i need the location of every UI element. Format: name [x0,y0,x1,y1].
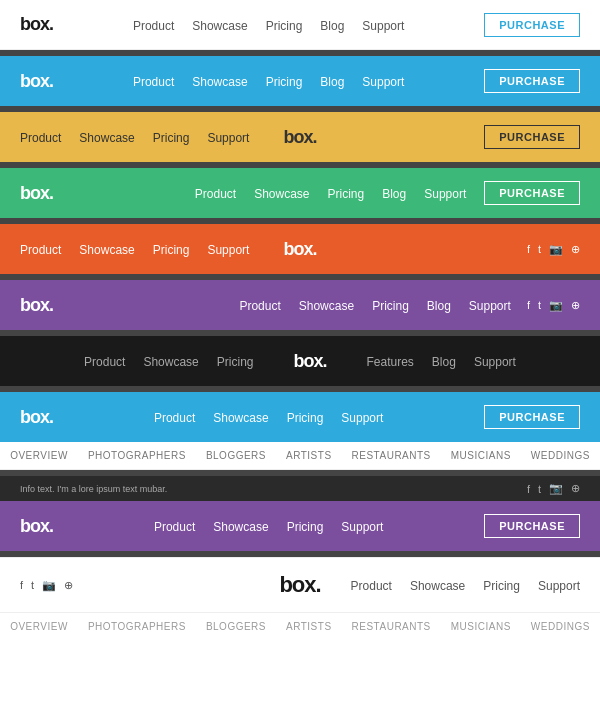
nav-showcase-1[interactable]: Showcase [192,19,247,33]
nav-showcase-8[interactable]: Showcase [213,411,268,425]
nav-features-7[interactable]: Features [367,355,414,369]
nav-pricing-8[interactable]: Pricing [287,411,324,425]
nav-support-2[interactable]: Support [362,75,404,89]
twitter-icon-9[interactable]: t [538,483,541,495]
facebook-icon-5[interactable]: f [527,243,530,255]
logo-blue[interactable]: box. [20,71,53,92]
nav-support-4[interactable]: Support [424,187,466,201]
purchase-button-1[interactable]: PURCHASE [484,13,580,37]
subnav-restaurants-8[interactable]: RESTAURANTS [352,450,431,461]
nav-pricing-10[interactable]: Pricing [287,520,324,534]
nav-showcase-2[interactable]: Showcase [192,75,247,89]
logo-white[interactable]: box. [20,14,53,35]
subnav-artists-11[interactable]: ARTISTS [286,621,332,632]
nav-support-1[interactable]: Support [362,19,404,33]
nav-support-3[interactable]: Support [207,131,249,145]
subnav-8: OVERVIEW PHOTOGRAPHERS BLOGGERS ARTISTS … [0,442,600,470]
logo-black[interactable]: box. [293,351,326,372]
subnav-musicians-11[interactable]: MUSICIANS [451,621,511,632]
nav-pricing-11[interactable]: Pricing [483,579,520,593]
purchase-button-4[interactable]: PURCHASE [484,181,580,205]
subnav-bloggers-11[interactable]: BLOGGERS [206,621,266,632]
nav-product-2[interactable]: Product [133,75,174,89]
purchase-button-10[interactable]: PURCHASE [484,514,580,538]
subnav-artists-8[interactable]: ARTISTS [286,450,332,461]
nav-showcase-11[interactable]: Showcase [410,579,465,593]
nav-product-1[interactable]: Product [133,19,174,33]
logo-yellow[interactable]: box. [283,127,316,148]
subnav-photographers-11[interactable]: PHOTOGRAPHERS [88,621,186,632]
nav-showcase-10[interactable]: Showcase [213,520,268,534]
subnav-photographers-8[interactable]: PHOTOGRAPHERS [88,450,186,461]
nav-blog-6[interactable]: Blog [427,299,451,313]
subnav-overview-8[interactable]: OVERVIEW [10,450,68,461]
instagram-icon-9[interactable]: 📷 [549,482,563,495]
nav-support-5[interactable]: Support [207,243,249,257]
instagram-icon-5[interactable]: 📷 [549,243,563,256]
twitter-icon-11[interactable]: t [31,579,34,591]
facebook-icon-6[interactable]: f [527,299,530,311]
logo-purple[interactable]: box. [20,295,53,316]
rss-icon-6[interactable]: ⊕ [571,299,580,312]
nav-blog-2[interactable]: Blog [320,75,344,89]
nav-product-5[interactable]: Product [20,243,61,257]
nav-blog-1[interactable]: Blog [320,19,344,33]
nav-product-4[interactable]: Product [195,187,236,201]
instagram-icon-11[interactable]: 📷 [42,579,56,592]
nav-support-11[interactable]: Support [538,579,580,593]
nav-showcase-6[interactable]: Showcase [299,299,354,313]
nav-pricing-7[interactable]: Pricing [217,355,254,369]
navbar-footer: f t 📷 ⊕ box. Product Showcase Pricing Su… [0,558,600,613]
nav-blog-4[interactable]: Blog [382,187,406,201]
nav-pricing-3[interactable]: Pricing [153,131,190,145]
nav-product-8[interactable]: Product [154,411,195,425]
nav-pricing-5[interactable]: Pricing [153,243,190,257]
logo-green[interactable]: box. [20,183,53,204]
logo-orange[interactable]: box. [283,239,316,260]
nav-pricing-6[interactable]: Pricing [372,299,409,313]
nav-links-black-right: Features Blog Support [367,352,516,370]
nav-product-7[interactable]: Product [84,355,125,369]
facebook-icon-9[interactable]: f [527,483,530,495]
nav-product-10[interactable]: Product [154,520,195,534]
nav-support-7[interactable]: Support [474,355,516,369]
navbar-blue-subnav-wrapper: box. Product Showcase Pricing Support PU… [0,392,600,442]
subnav-weddings-8[interactable]: WEDDINGS [531,450,590,461]
nav-product-6[interactable]: Product [239,299,280,313]
instagram-icon-6[interactable]: 📷 [549,299,563,312]
nav-blog-7[interactable]: Blog [432,355,456,369]
purchase-button-8[interactable]: PURCHASE [484,405,580,429]
logo-purple-2[interactable]: box. [20,516,53,537]
nav-links-orange: Product Showcase Pricing Support [20,240,249,258]
nav-support-8[interactable]: Support [341,411,383,425]
nav-pricing-2[interactable]: Pricing [266,75,303,89]
purchase-button-2[interactable]: PURCHASE [484,69,580,93]
nav-product-11[interactable]: Product [351,579,392,593]
rss-icon-5[interactable]: ⊕ [571,243,580,256]
subnav-musicians-8[interactable]: MUSICIANS [451,450,511,461]
nav-showcase-3[interactable]: Showcase [79,131,134,145]
nav-pricing-1[interactable]: Pricing [266,19,303,33]
navbar-black: Product Showcase Pricing box. Features B… [0,336,600,386]
info-bar: Info text. I'm a lore ipsum text mubar. … [0,476,600,501]
nav-showcase-7[interactable]: Showcase [143,355,198,369]
subnav-weddings-11[interactable]: WEDDINGS [531,621,590,632]
subnav-bloggers-8[interactable]: BLOGGERS [206,450,266,461]
rss-icon-11[interactable]: ⊕ [64,579,73,592]
nav-support-6[interactable]: Support [469,299,511,313]
nav-showcase-5[interactable]: Showcase [79,243,134,257]
logo-footer[interactable]: box. [279,572,320,598]
purchase-button-3[interactable]: PURCHASE [484,125,580,149]
navbar-orange: Product Showcase Pricing Support box. f … [0,224,600,274]
nav-pricing-4[interactable]: Pricing [328,187,365,201]
nav-support-10[interactable]: Support [341,520,383,534]
facebook-icon-11[interactable]: f [20,579,23,591]
twitter-icon-5[interactable]: t [538,243,541,255]
nav-product-3[interactable]: Product [20,131,61,145]
subnav-overview-11[interactable]: OVERVIEW [10,621,68,632]
subnav-restaurants-11[interactable]: RESTAURANTS [352,621,431,632]
logo-blue-2[interactable]: box. [20,407,53,428]
rss-icon-9[interactable]: ⊕ [571,482,580,495]
nav-showcase-4[interactable]: Showcase [254,187,309,201]
twitter-icon-6[interactable]: t [538,299,541,311]
